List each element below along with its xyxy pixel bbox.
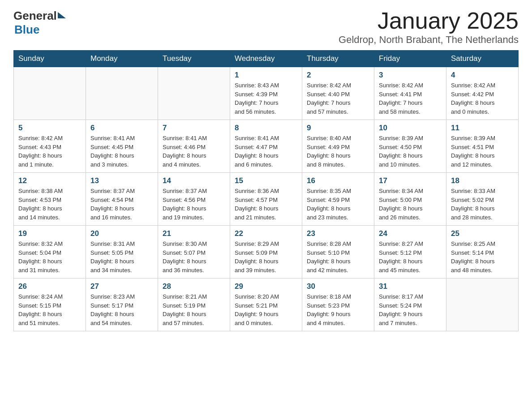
day-info: Sunrise: 8:42 AM Sunset: 4:43 PM Dayligh… <box>18 134 81 169</box>
calendar-cell: 5Sunrise: 8:42 AM Sunset: 4:43 PM Daylig… <box>14 120 86 173</box>
day-number: 28 <box>163 282 225 291</box>
calendar-cell: 13Sunrise: 8:37 AM Sunset: 4:54 PM Dayli… <box>86 173 158 226</box>
calendar-cell: 9Sunrise: 8:40 AM Sunset: 4:49 PM Daylig… <box>302 120 374 173</box>
day-number: 25 <box>451 229 514 238</box>
day-info: Sunrise: 8:24 AM Sunset: 5:15 PM Dayligh… <box>18 292 81 327</box>
day-number: 18 <box>451 176 514 185</box>
calendar-cell: 23Sunrise: 8:28 AM Sunset: 5:10 PM Dayli… <box>302 226 374 278</box>
day-info: Sunrise: 8:35 AM Sunset: 4:59 PM Dayligh… <box>307 187 369 222</box>
day-number: 22 <box>235 229 297 238</box>
logo: General Blue <box>13 9 66 37</box>
day-number: 2 <box>307 71 369 80</box>
day-number: 5 <box>18 124 81 133</box>
day-info: Sunrise: 8:41 AM Sunset: 4:45 PM Dayligh… <box>90 134 153 169</box>
location-title: Geldrop, North Brabant, The Netherlands <box>339 34 519 46</box>
calendar-cell: 1Sunrise: 8:43 AM Sunset: 4:39 PM Daylig… <box>230 67 302 120</box>
day-info: Sunrise: 8:31 AM Sunset: 5:05 PM Dayligh… <box>90 240 153 274</box>
calendar-header-row: Sunday Monday Tuesday Wednesday Thursday… <box>14 51 519 67</box>
calendar-cell: 24Sunrise: 8:27 AM Sunset: 5:12 PM Dayli… <box>374 226 446 278</box>
calendar-cell: 27Sunrise: 8:23 AM Sunset: 5:17 PM Dayli… <box>86 278 158 331</box>
col-tuesday: Tuesday <box>158 51 230 67</box>
day-number: 10 <box>379 124 442 133</box>
day-info: Sunrise: 8:36 AM Sunset: 4:57 PM Dayligh… <box>235 187 297 222</box>
day-info: Sunrise: 8:20 AM Sunset: 5:21 PM Dayligh… <box>235 292 297 327</box>
day-number: 29 <box>235 282 297 291</box>
calendar-cell: 3Sunrise: 8:42 AM Sunset: 4:41 PM Daylig… <box>374 67 446 120</box>
day-number: 31 <box>379 282 442 291</box>
calendar-cell: 11Sunrise: 8:39 AM Sunset: 4:51 PM Dayli… <box>446 120 519 173</box>
day-number: 15 <box>235 176 297 185</box>
day-number: 19 <box>18 229 81 238</box>
day-info: Sunrise: 8:17 AM Sunset: 5:24 PM Dayligh… <box>379 292 442 327</box>
calendar-cell: 20Sunrise: 8:31 AM Sunset: 5:05 PM Dayli… <box>86 226 158 278</box>
col-sunday: Sunday <box>14 51 86 67</box>
calendar-cell: 19Sunrise: 8:32 AM Sunset: 5:04 PM Dayli… <box>14 226 86 278</box>
day-number: 24 <box>379 229 442 238</box>
day-number: 6 <box>90 124 153 133</box>
logo-arrow-icon <box>58 12 66 20</box>
day-number: 17 <box>379 176 442 185</box>
calendar-cell: 21Sunrise: 8:30 AM Sunset: 5:07 PM Dayli… <box>158 226 230 278</box>
day-number: 26 <box>18 282 81 291</box>
day-info: Sunrise: 8:33 AM Sunset: 5:02 PM Dayligh… <box>451 187 514 222</box>
calendar-cell: 12Sunrise: 8:38 AM Sunset: 4:53 PM Dayli… <box>14 173 86 226</box>
day-number: 13 <box>90 176 153 185</box>
calendar-cell: 31Sunrise: 8:17 AM Sunset: 5:24 PM Dayli… <box>374 278 446 331</box>
calendar-cell <box>86 67 158 120</box>
day-info: Sunrise: 8:41 AM Sunset: 4:46 PM Dayligh… <box>163 134 225 169</box>
day-info: Sunrise: 8:21 AM Sunset: 5:19 PM Dayligh… <box>163 292 225 327</box>
calendar-cell: 18Sunrise: 8:33 AM Sunset: 5:02 PM Dayli… <box>446 173 519 226</box>
day-number: 27 <box>90 282 153 291</box>
calendar-cell: 26Sunrise: 8:24 AM Sunset: 5:15 PM Dayli… <box>14 278 86 331</box>
calendar-cell: 4Sunrise: 8:42 AM Sunset: 4:42 PM Daylig… <box>446 67 519 120</box>
day-info: Sunrise: 8:18 AM Sunset: 5:23 PM Dayligh… <box>307 292 369 327</box>
day-info: Sunrise: 8:34 AM Sunset: 5:00 PM Dayligh… <box>379 187 442 222</box>
day-info: Sunrise: 8:42 AM Sunset: 4:40 PM Dayligh… <box>307 81 369 116</box>
calendar-week-row: 26Sunrise: 8:24 AM Sunset: 5:15 PM Dayli… <box>14 278 519 331</box>
day-info: Sunrise: 8:29 AM Sunset: 5:09 PM Dayligh… <box>235 240 297 274</box>
day-info: Sunrise: 8:32 AM Sunset: 5:04 PM Dayligh… <box>18 240 81 274</box>
day-number: 4 <box>451 71 514 80</box>
day-number: 8 <box>235 124 297 133</box>
calendar-cell <box>158 67 230 120</box>
day-number: 23 <box>307 229 369 238</box>
month-title: January 2025 <box>339 9 519 32</box>
calendar-table: Sunday Monday Tuesday Wednesday Thursday… <box>13 50 519 331</box>
calendar-cell: 10Sunrise: 8:39 AM Sunset: 4:50 PM Dayli… <box>374 120 446 173</box>
day-info: Sunrise: 8:39 AM Sunset: 4:51 PM Dayligh… <box>451 134 514 169</box>
calendar-week-row: 12Sunrise: 8:38 AM Sunset: 4:53 PM Dayli… <box>14 173 519 226</box>
day-info: Sunrise: 8:37 AM Sunset: 4:54 PM Dayligh… <box>90 187 153 222</box>
day-number: 30 <box>307 282 369 291</box>
calendar-cell <box>446 278 519 331</box>
calendar-cell: 29Sunrise: 8:20 AM Sunset: 5:21 PM Dayli… <box>230 278 302 331</box>
day-number: 21 <box>163 229 225 238</box>
day-info: Sunrise: 8:38 AM Sunset: 4:53 PM Dayligh… <box>18 187 81 222</box>
day-number: 3 <box>379 71 442 80</box>
col-friday: Friday <box>374 51 446 67</box>
calendar-week-row: 19Sunrise: 8:32 AM Sunset: 5:04 PM Dayli… <box>14 226 519 278</box>
day-number: 20 <box>90 229 153 238</box>
calendar-week-row: 5Sunrise: 8:42 AM Sunset: 4:43 PM Daylig… <box>14 120 519 173</box>
title-area: January 2025 Geldrop, North Brabant, The… <box>339 9 519 46</box>
calendar-cell: 30Sunrise: 8:18 AM Sunset: 5:23 PM Dayli… <box>302 278 374 331</box>
day-number: 14 <box>163 176 225 185</box>
day-info: Sunrise: 8:41 AM Sunset: 4:47 PM Dayligh… <box>235 134 297 169</box>
day-info: Sunrise: 8:23 AM Sunset: 5:17 PM Dayligh… <box>90 292 153 327</box>
day-number: 11 <box>451 124 514 133</box>
day-number: 7 <box>163 124 225 133</box>
day-number: 12 <box>18 176 81 185</box>
day-info: Sunrise: 8:30 AM Sunset: 5:07 PM Dayligh… <box>163 240 225 274</box>
svg-marker-0 <box>58 12 66 18</box>
calendar-cell: 25Sunrise: 8:25 AM Sunset: 5:14 PM Dayli… <box>446 226 519 278</box>
calendar-cell: 6Sunrise: 8:41 AM Sunset: 4:45 PM Daylig… <box>86 120 158 173</box>
day-info: Sunrise: 8:27 AM Sunset: 5:12 PM Dayligh… <box>379 240 442 274</box>
day-info: Sunrise: 8:40 AM Sunset: 4:49 PM Dayligh… <box>307 134 369 169</box>
day-info: Sunrise: 8:37 AM Sunset: 4:56 PM Dayligh… <box>163 187 225 222</box>
calendar-cell: 15Sunrise: 8:36 AM Sunset: 4:57 PM Dayli… <box>230 173 302 226</box>
calendar-cell <box>14 67 86 120</box>
day-info: Sunrise: 8:25 AM Sunset: 5:14 PM Dayligh… <box>451 240 514 274</box>
calendar-cell: 14Sunrise: 8:37 AM Sunset: 4:56 PM Dayli… <box>158 173 230 226</box>
calendar-cell: 8Sunrise: 8:41 AM Sunset: 4:47 PM Daylig… <box>230 120 302 173</box>
day-info: Sunrise: 8:43 AM Sunset: 4:39 PM Dayligh… <box>235 81 297 116</box>
col-saturday: Saturday <box>446 51 519 67</box>
